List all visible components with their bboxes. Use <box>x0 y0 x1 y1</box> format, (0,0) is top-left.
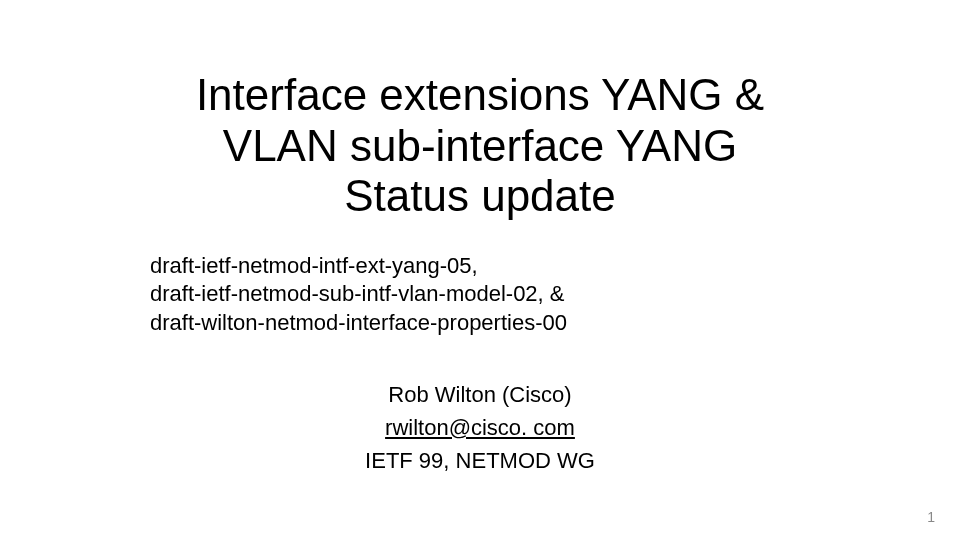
draft-line-2: draft-ietf-netmod-sub-intf-vlan-model-02… <box>150 280 860 309</box>
draft-line-3: draft-wilton-netmod-interface-properties… <box>150 309 860 338</box>
draft-line-1: draft-ietf-netmod-intf-ext-yang-05, <box>150 252 860 281</box>
slide-container: Interface extensions YANG & VLAN sub-int… <box>0 0 960 540</box>
venue: IETF 99, NETMOD WG <box>100 444 860 477</box>
draft-list: draft-ietf-netmod-intf-ext-yang-05, draf… <box>150 252 860 338</box>
slide-title: Interface extensions YANG & VLAN sub-int… <box>100 70 860 222</box>
author-block: Rob Wilton (Cisco) rwilton@cisco. com IE… <box>100 378 860 477</box>
page-number: 1 <box>927 509 935 525</box>
author-name: Rob Wilton (Cisco) <box>100 378 860 411</box>
author-email: rwilton@cisco. com <box>100 411 860 444</box>
